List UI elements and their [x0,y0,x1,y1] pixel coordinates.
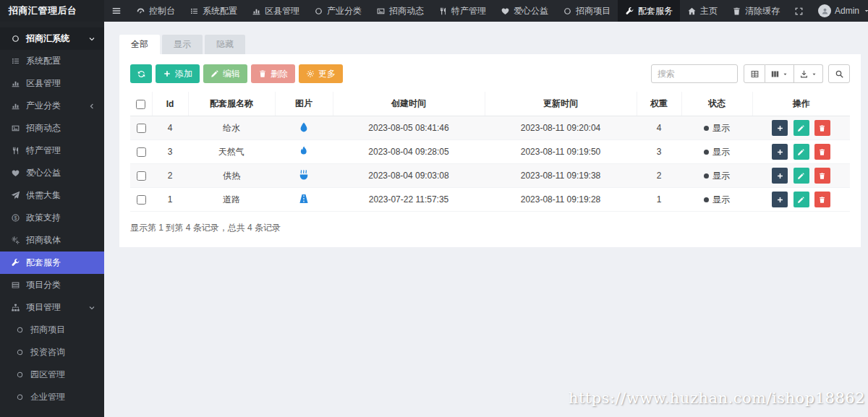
nav-item-charity[interactable]: 爱心公益 [493,0,556,22]
export-button[interactable] [794,64,823,83]
nav-item-specialty[interactable]: 特产管理 [431,0,493,22]
refresh-button[interactable] [130,64,152,83]
filter-tabs: 全部 显示 隐藏 [119,35,861,54]
sidebar-item-project-category[interactable]: 项目分类 [0,274,104,296]
sidebar-item-industry[interactable]: 产业分类 [0,95,104,117]
tab-hidden[interactable]: 隐藏 [205,35,245,54]
nav-item-services[interactable]: 配套服务 [618,0,680,22]
row-checkbox[interactable] [137,124,146,133]
header-updated: 更新时间 [485,92,637,116]
nav-item-projects[interactable]: 招商项目 [556,0,618,22]
sidebar-item-specialty[interactable]: 特产管理 [0,139,104,162]
tab-all[interactable]: 全部 [119,35,160,54]
user-icon [821,7,829,15]
sidebar-subitem-label: 投资咨询 [30,346,65,358]
row-checkbox[interactable] [137,147,146,157]
row-plus-button[interactable] [772,192,788,207]
header-actions: 操作 [752,92,850,116]
select-all-checkbox[interactable] [136,100,145,109]
row-edit-button[interactable] [793,144,809,160]
sidebar-item-supply[interactable]: 供需大集 [0,184,104,207]
sidebar-item-label: 配套服务 [26,257,61,269]
fullscreen-icon [794,7,804,16]
trash-icon [732,7,741,16]
svg-text:$: $ [14,215,17,221]
row-edit-button[interactable] [793,192,809,207]
sidebar-item-label: 项目分类 [26,279,61,291]
status-dot-icon [704,150,709,155]
user-menu[interactable]: Admin [811,0,868,22]
sidebar-item-district[interactable]: 区县管理 [0,72,104,95]
edit-button[interactable]: 编辑 [203,64,247,83]
add-button[interactable]: 添加 [156,64,200,83]
home-label: 主页 [700,5,718,17]
header-image: 图片 [275,92,333,116]
row-edit-button[interactable] [793,120,809,136]
header-select [130,92,152,116]
nav-label: 招商项目 [576,5,610,17]
fullscreen-button[interactable] [787,0,811,22]
nav-item-system-config[interactable]: 系统配置 [182,0,244,22]
search-input[interactable] [651,64,738,83]
pencil-icon [797,196,805,204]
top-nav-menu: 控制台 系统配置 区县管理 产业分类 招商动态 特产管理 爱心公益 招商项目 配… [104,0,680,22]
circle-icon [14,393,25,401]
row-delete-button[interactable] [814,144,830,160]
id-cell: 3 [152,140,188,164]
sidebar-toggle-button[interactable] [104,0,129,22]
home-link[interactable]: 主页 [680,0,725,22]
sidebar-item-carrier[interactable]: 招商载体 [0,229,104,252]
search-button[interactable] [828,64,850,83]
tab-visible[interactable]: 显示 [162,35,203,54]
sidebar-subitem-projects[interactable]: 招商项目 [0,319,104,341]
row-delete-button[interactable] [814,192,830,207]
row-delete-button[interactable] [814,120,830,136]
sidebar-subitem-park[interactable]: 园区管理 [0,364,104,386]
wrench-icon [625,7,634,16]
more-button[interactable]: 更多 [299,64,343,83]
created-cell: 2023-08-05 08:41:46 [333,116,485,140]
trash-icon [818,196,826,204]
row-plus-button[interactable] [772,144,788,160]
status-label: 显示 [712,171,730,181]
sidebar-item-label: 招商载体 [26,234,61,246]
sidebar-item-services[interactable]: 配套服务 [0,252,104,274]
toggle-view-button[interactable] [744,64,765,83]
nav-label: 控制台 [149,5,175,17]
photo-icon [376,7,386,16]
sidebar-subitem-investment-consult[interactable]: 投资咨询 [0,341,104,364]
nav-label: 系统配置 [203,5,237,17]
sidebar-item-policy[interactable]: $政策支持 [0,207,104,229]
sidebar-item-news[interactable]: 招商动态 [0,117,104,139]
more-button-label: 更多 [318,68,336,80]
content-panel: 添加 编辑 删除 更多 [119,54,861,247]
nav-label: 区县管理 [265,5,299,17]
header-created: 创建时间 [333,92,485,116]
row-plus-button[interactable] [772,168,788,184]
delete-button[interactable]: 删除 [251,64,295,83]
nav-item-industry[interactable]: 产业分类 [307,0,369,22]
table-row: 4 给水 2023-08-05 08:41:46 2023-08-11 09:2… [130,116,850,140]
grid-icon [750,69,760,79]
status-cell: 显示 [681,140,752,164]
nav-item-district[interactable]: 区县管理 [244,0,307,22]
sidebar-item-system-config[interactable]: 系统配置 [0,50,104,72]
row-plus-button[interactable] [772,120,788,136]
row-checkbox[interactable] [137,171,146,181]
sidebar-subitem-enterprise[interactable]: 企业管理 [0,386,104,408]
nav-item-news[interactable]: 招商动态 [369,0,431,22]
columns-button[interactable] [765,64,794,83]
sidebar-section-system[interactable]: 招商汇系统 [0,27,104,50]
weight-cell: 2 [637,164,681,188]
sidebar-item-project-management[interactable]: 项目管理 [0,296,104,319]
row-edit-button[interactable] [793,168,809,184]
nav-item-dashboard[interactable]: 控制台 [129,0,182,22]
header-id: Id [152,92,188,116]
pencil-icon [210,69,219,78]
row-checkbox[interactable] [137,195,146,205]
image-cell [275,140,333,164]
table-icon [10,280,20,290]
clear-cache-button[interactable]: 清除缓存 [725,0,787,22]
row-delete-button[interactable] [814,168,830,184]
sidebar-item-charity[interactable]: 爱心公益 [0,162,104,184]
